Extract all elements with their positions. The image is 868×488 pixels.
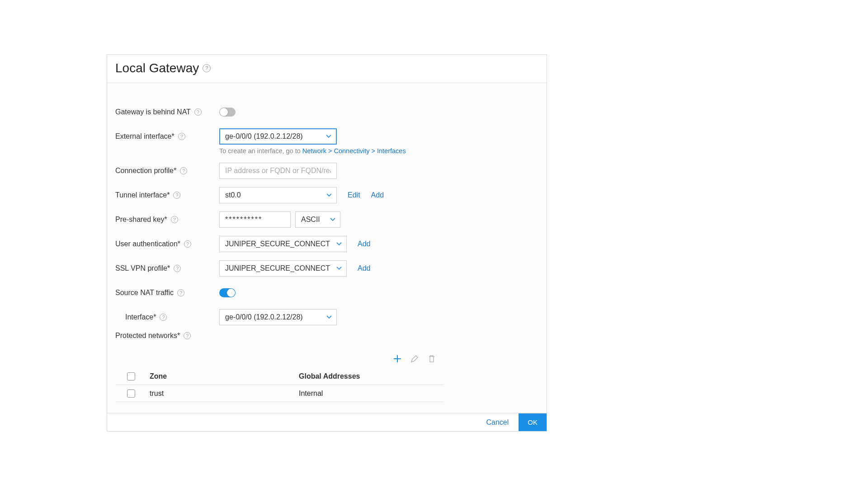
tunnel-interface-edit-button[interactable]: Edit (348, 191, 360, 199)
label-pre-shared-key: Pre-shared key* (115, 216, 167, 224)
label-ssl-vpn: SSL VPN profile* (115, 264, 170, 272)
control-cell: JUNIPER_SECURE_CONNECT Add (219, 260, 371, 277)
select-psk-format[interactable]: ASCII (295, 211, 340, 228)
label-cell: External interface* ? (115, 132, 219, 141)
label-cell: User authentication* ? (115, 240, 219, 248)
help-icon[interactable]: ? (184, 332, 191, 339)
row-source-nat: Source NAT traffic ? (115, 283, 538, 303)
help-icon[interactable]: ? (178, 133, 185, 140)
row-connection-profile: Connection profile* ? (115, 161, 538, 181)
label-cell: Source NAT traffic ? (115, 289, 219, 297)
row-user-auth: User authentication* ? JUNIPER_SECURE_CO… (115, 234, 538, 254)
ok-button[interactable]: OK (519, 413, 547, 431)
control-cell: ASCII (219, 211, 340, 228)
table-header-row: Zone Global Addresses (115, 368, 443, 385)
control-cell (219, 288, 236, 297)
select-user-auth[interactable]: JUNIPER_SECURE_CONNECT (219, 236, 347, 252)
label-cell: Pre-shared key* ? (115, 216, 219, 224)
table-row[interactable]: trust Internal (115, 385, 443, 402)
row-tunnel-interface: Tunnel interface* ? st0.0 Edit Add (115, 185, 538, 205)
trash-icon[interactable] (427, 354, 436, 363)
header-checkbox[interactable] (127, 372, 135, 380)
control-cell: st0.0 Edit Add (219, 187, 384, 203)
chevron-down-icon (336, 241, 342, 246)
label-cell: Connection profile* ? (115, 167, 219, 175)
control-cell: ge-0/0/0 (192.0.2.12/28) (219, 309, 337, 325)
external-interface-hint: To create an interface, go to Network > … (219, 147, 538, 155)
select-value: JUNIPER_SECURE_CONNECT (225, 240, 330, 248)
help-icon[interactable]: ? (171, 216, 178, 223)
chevron-down-icon (336, 265, 342, 271)
toggle-knob (227, 289, 235, 297)
row-external-interface: External interface* ? ge-0/0/0 (192.0.2.… (115, 127, 538, 146)
help-icon[interactable]: ? (194, 108, 202, 116)
cancel-button[interactable]: Cancel (476, 413, 519, 431)
cell-global-addresses: Internal (296, 389, 443, 398)
control-cell: JUNIPER_SECURE_CONNECT Add (219, 236, 371, 252)
label-cell: Interface* ? (115, 313, 219, 321)
user-auth-add-button[interactable]: Add (358, 240, 370, 248)
help-icon[interactable]: ? (174, 265, 181, 272)
row-pre-shared-key: Pre-shared key* ? ASCII (115, 210, 538, 230)
label-tunnel-interface: Tunnel interface* (115, 191, 170, 199)
hint-link[interactable]: Network > Connectivity > Interfaces (302, 147, 406, 155)
select-value: st0.0 (225, 191, 241, 199)
select-value: ge-0/0/0 (192.0.2.12/28) (225, 313, 303, 321)
toggle-gateway-behind-nat[interactable] (219, 108, 236, 117)
panel-footer: Cancel OK (107, 413, 547, 431)
label-nat-interface: Interface* (125, 313, 156, 321)
label-gateway-behind-nat: Gateway is behind NAT (115, 108, 191, 116)
pencil-icon[interactable] (410, 354, 419, 363)
plus-icon[interactable] (393, 354, 402, 363)
label-connection-profile: Connection profile* (115, 167, 176, 175)
label-source-nat: Source NAT traffic (115, 289, 174, 297)
help-icon[interactable]: ? (184, 240, 191, 248)
toggle-source-nat[interactable] (219, 288, 236, 297)
protected-networks-toolbar (393, 354, 538, 363)
label-user-auth: User authentication* (115, 240, 180, 248)
chevron-down-icon (326, 314, 332, 319)
row-gateway-behind-nat: Gateway is behind NAT ? (115, 102, 538, 122)
label-protected-networks: Protected networks* (115, 332, 180, 340)
header-checkbox-cell (115, 372, 147, 380)
chevron-down-icon (330, 216, 335, 222)
panel-header: Local Gateway ? (107, 55, 547, 83)
help-icon[interactable]: ? (160, 314, 167, 321)
chevron-down-icon (326, 133, 331, 139)
protected-networks-table: Zone Global Addresses trust Internal (115, 368, 443, 402)
row-protected-networks: Protected networks* ? (115, 332, 538, 352)
connection-profile-input[interactable] (219, 163, 337, 179)
panel-body: Gateway is behind NAT ? External interfa… (107, 83, 547, 413)
pre-shared-key-input[interactable] (219, 211, 291, 228)
help-icon[interactable]: ? (180, 167, 187, 174)
row-checkbox-cell (115, 389, 147, 398)
control-cell: ge-0/0/0 (192.0.2.12/28) (219, 128, 337, 145)
header-global-addresses: Global Addresses (296, 372, 443, 380)
page-title: Local Gateway (115, 61, 199, 75)
hint-text: To create an interface, go to (219, 147, 302, 155)
control-cell (219, 163, 337, 179)
help-icon[interactable]: ? (177, 289, 184, 296)
label-cell: Tunnel interface* ? (115, 191, 219, 199)
label-cell: Gateway is behind NAT ? (115, 108, 219, 116)
control-cell (219, 108, 236, 117)
label-cell: Protected networks* ? (115, 332, 219, 340)
label-cell: SSL VPN profile* ? (115, 264, 219, 272)
row-nat-interface: Interface* ? ge-0/0/0 (192.0.2.12/28) (115, 307, 538, 327)
cell-zone: trust (147, 389, 296, 398)
local-gateway-panel: Local Gateway ? Gateway is behind NAT ? … (107, 54, 547, 432)
select-tunnel-interface[interactable]: st0.0 (219, 187, 337, 203)
select-value: ge-0/0/0 (192.0.2.12/28) (225, 132, 303, 141)
select-ssl-vpn[interactable]: JUNIPER_SECURE_CONNECT (219, 260, 347, 277)
select-external-interface[interactable]: ge-0/0/0 (192.0.2.12/28) (219, 128, 337, 145)
panel-title-wrap: Local Gateway ? (115, 61, 538, 75)
chevron-down-icon (326, 192, 332, 197)
tunnel-interface-add-button[interactable]: Add (371, 191, 384, 199)
help-icon[interactable]: ? (173, 192, 180, 199)
row-checkbox[interactable] (127, 389, 135, 398)
header-zone: Zone (147, 372, 296, 380)
select-nat-interface[interactable]: ge-0/0/0 (192.0.2.12/28) (219, 309, 337, 325)
help-icon[interactable]: ? (203, 64, 211, 72)
ssl-vpn-add-button[interactable]: Add (358, 264, 370, 272)
select-value: JUNIPER_SECURE_CONNECT (225, 264, 330, 272)
